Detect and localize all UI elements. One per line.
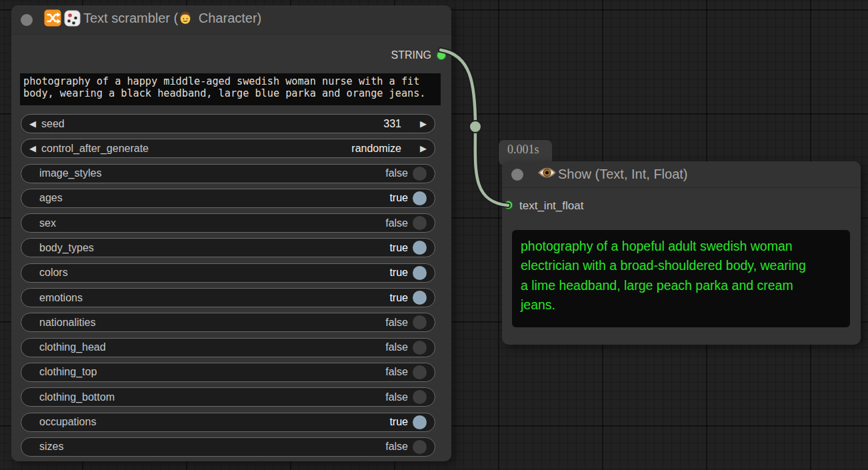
widget-clothing_bottom[interactable]: clothing_bottom false: [21, 387, 435, 407]
node-graph-canvas[interactable]: { "scrambler": { "title_prefix": "Text s…: [0, 0, 868, 470]
show-text-node[interactable]: Show (Text, Int, Float) text_int_float p…: [502, 161, 861, 345]
widget-value: 331: [383, 118, 401, 130]
decrement-arrow-icon[interactable]: [29, 119, 36, 128]
widget-occupations[interactable]: occupations true: [21, 413, 435, 432]
widget-value: true: [389, 242, 408, 254]
widget-label: ages: [39, 192, 63, 204]
die-icon: [63, 9, 81, 31]
widget-label: nationalities: [39, 317, 96, 329]
increment-arrow-icon[interactable]: [420, 119, 427, 128]
shuffle-icon: [44, 9, 61, 30]
toggle-dot[interactable]: [413, 167, 427, 181]
widget-value: randomize: [351, 143, 401, 155]
string-output-label: STRING: [391, 49, 431, 61]
widget-value: true: [389, 267, 408, 279]
widget-sex[interactable]: sex false: [21, 213, 435, 233]
output-text-display: photography of a hopeful adult swedish w…: [512, 230, 850, 327]
widget-image_styles[interactable]: image_styles false: [21, 164, 435, 183]
collapse-toggle[interactable]: [21, 14, 33, 26]
node-title: Show (Text, Int, Float): [558, 167, 688, 182]
toggle-dot[interactable]: [413, 390, 427, 404]
widget-value: true: [389, 292, 408, 304]
widget-nationalities[interactable]: nationalities false: [21, 313, 435, 332]
widget-value: false: [385, 341, 408, 353]
toggle-dot[interactable]: [413, 315, 427, 329]
person-icon: [178, 11, 193, 29]
toggle-dot[interactable]: [413, 440, 427, 454]
widget-ages[interactable]: ages true: [21, 189, 435, 208]
node-title: Text scrambler ( Character): [83, 11, 261, 29]
widget-colors[interactable]: colors true: [21, 263, 435, 283]
widget-clothing_head[interactable]: clothing_head false: [21, 338, 435, 357]
increment-arrow-icon[interactable]: [420, 144, 427, 153]
widget-sizes[interactable]: sizes false: [21, 437, 435, 457]
link-midpoint-dot: [469, 121, 481, 133]
eye-icon: [538, 165, 556, 183]
text-scrambler-node[interactable]: Text scrambler ( Character) STRING photo…: [11, 5, 451, 461]
toggle-dot[interactable]: [413, 415, 427, 429]
widget-label: colors: [39, 267, 68, 279]
widget-label: clothing_bottom: [39, 391, 115, 403]
prompt-textarea[interactable]: photography of a happy middle-aged swedi…: [20, 73, 441, 105]
toggle-dot[interactable]: [413, 266, 427, 280]
toggle-dot[interactable]: [413, 341, 427, 355]
widget-value: false: [385, 167, 408, 179]
widget-value: false: [385, 366, 408, 378]
string-output-port[interactable]: [437, 51, 446, 60]
widget-body_types[interactable]: body_types true: [21, 238, 435, 257]
widget-label: control_after_generate: [41, 143, 149, 155]
toggle-dot[interactable]: [413, 291, 427, 305]
widget-label: sizes: [39, 441, 63, 453]
decrement-arrow-icon[interactable]: [29, 144, 36, 153]
widget-value: true: [389, 416, 408, 428]
widget-label: emotions: [39, 292, 83, 304]
widget-label: seed: [41, 118, 65, 130]
widget-seed[interactable]: seed 331: [21, 114, 435, 133]
toggle-dot[interactable]: [413, 365, 427, 379]
collapse-toggle[interactable]: [511, 169, 523, 181]
widget-value: false: [385, 441, 408, 453]
widget-label: clothing_head: [39, 341, 106, 353]
widget-label: clothing_top: [39, 366, 97, 378]
input-slot-label: text_int_float: [519, 199, 583, 213]
widget-value: true: [389, 192, 408, 204]
widget-value: false: [385, 317, 408, 329]
widget-clothing_top[interactable]: clothing_top false: [21, 363, 435, 382]
widget-label: body_types: [39, 242, 94, 254]
text-scrambler-header[interactable]: Text scrambler ( Character): [11, 5, 451, 35]
widget-label: sex: [39, 217, 56, 229]
show-node-header[interactable]: Show (Text, Int, Float): [502, 161, 861, 188]
text-input-port[interactable]: [504, 201, 513, 209]
widget-value: false: [385, 391, 408, 403]
toggle-dot[interactable]: [413, 191, 427, 205]
widget-label: image_styles: [39, 167, 101, 179]
widget-list: seed 331 control_after_generate randomiz…: [21, 114, 435, 462]
widget-label: occupations: [39, 416, 96, 428]
widget-emotions[interactable]: emotions true: [21, 288, 435, 307]
toggle-dot[interactable]: [413, 241, 427, 255]
widget-control_after_generate[interactable]: control_after_generate randomize: [21, 139, 435, 158]
widget-value: false: [385, 217, 408, 229]
toggle-dot[interactable]: [413, 216, 427, 230]
